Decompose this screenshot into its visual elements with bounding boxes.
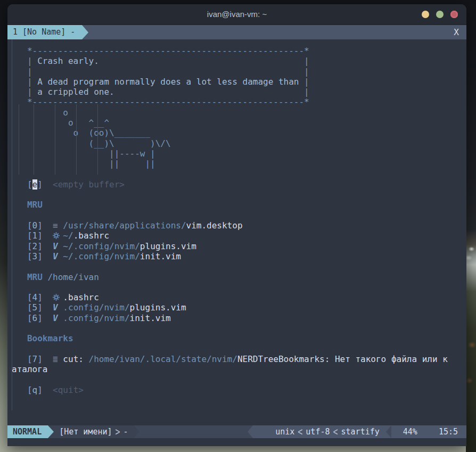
text-art: | [304,87,309,97]
entry-3[interactable]: [3] V ~/.config/nvim/init.vim [12,251,466,261]
cow-art-line: (__)\ )\/\ [12,138,466,149]
powerline-arrow [48,425,54,438]
text-dir: /home/ivan/.local/state/nvim/ [89,354,237,364]
mru-header: MRU [12,200,466,210]
text-art: | [304,77,309,87]
text-art: | [304,56,309,66]
text-fn: .bashrc [73,231,109,241]
vim-icon: V [53,241,58,251]
filetype: startify [341,427,380,437]
text-fn: cut: [63,354,88,364]
text-hdr: MRU [27,272,43,282]
text-br: ] [37,292,43,302]
entry-5[interactable]: [5] V .config/nvim/plugins.vim [12,302,466,313]
text [114,87,304,97]
text-dir: ~/.config/nvim/ [63,251,140,261]
chevron-left-icon: < [330,423,341,441]
text-dir: /usr/share/applications/ [63,220,186,231]
tab-close-button[interactable]: X [446,25,466,39]
text-fn: vim.desktop [186,220,243,231]
entry-2[interactable]: [2] V ~/.config/nvim/plugins.vim [12,241,466,251]
text-br: ] [37,179,43,190]
tab-arrow-separator [82,25,88,39]
text [43,251,53,261]
minimize-button[interactable] [422,11,429,18]
cow-art-line: || || [12,159,466,169]
text [12,67,27,77]
text-br: ] [37,354,43,364]
startify-buffer[interactable]: *---------------------------------------… [7,39,466,425]
text-br: ] [37,220,43,231]
file-icon: ≡ [53,220,58,231]
text-hdr: Bookmarks [27,333,73,343]
text [12,138,89,149]
text [12,313,27,323]
maximize-button[interactable] [436,11,444,18]
indent-guide [19,104,19,175]
text-dir: .config/nvim/ [63,313,129,323]
text-art: o ^__^ [68,118,109,128]
mru-home-header: MRU /home/ivan [12,272,466,282]
modified-flag: - [124,427,128,437]
text [99,56,304,66]
text [12,97,27,107]
text-art: *---------------------------------------… [27,97,309,107]
text-fn: plugins.vim [140,241,196,251]
entry-4[interactable]: [4] .bashrc [12,292,466,302]
text-art: || || [109,159,155,169]
text [58,241,63,251]
vim-icon: V [53,251,58,261]
entry-1[interactable]: [1] ~/.bashrc [12,231,466,241]
chevron-right-icon: > [112,423,124,441]
text [58,292,63,302]
text-hdr: MRU [27,200,43,210]
entry-6[interactable]: [6] V .config/nvim/init.vim [12,313,466,323]
window-controls [422,11,458,18]
text [12,385,27,395]
titlebar[interactable]: ivan@ivan-vm: ~ [7,4,466,25]
statusline-fill [139,425,248,438]
text-art: | [27,77,32,87]
entry-7[interactable]: [7] ≣ cut: /home/ivan/.local/state/nvim/… [12,354,466,364]
fortune-line: | a crippled one. | [12,87,466,97]
indent-guide [12,39,12,410]
tabline-fill [88,25,446,39]
text [12,159,109,169]
text-idx: 3 [32,251,38,261]
text-br: [ [27,179,32,190]
command-line[interactable] [7,438,466,446]
encoding: utf-8 [306,427,330,437]
entry-7-wrap[interactable]: аталога [12,364,466,374]
text [12,200,27,210]
text-br: [ [27,354,32,364]
text-br: [ [27,313,32,323]
chevron-left-icon: < [294,423,306,441]
text [58,313,63,323]
text [43,354,53,364]
entry-quit[interactable]: [q] <quit> [12,385,466,395]
text [12,251,27,261]
text-dir: .config/nvim/ [63,302,129,313]
text [43,272,48,282]
text [12,220,27,231]
tab-1-no-name[interactable]: 1 [No Name] - [7,25,82,39]
text [43,179,53,190]
fortune-line: | A dead program normally does a lot les… [12,77,466,87]
text-fn: init.vim [140,251,181,261]
close-button[interactable] [450,11,458,18]
powerline-arrow [386,425,391,438]
blank [12,169,466,179]
mode-indicator: NORMAL [7,425,48,438]
text-art: (__)\ )\/\ [89,138,171,149]
text-idx: q [32,385,38,395]
fortune-line: | | [12,67,466,77]
text-br: [ [27,251,32,261]
text-br: [ [27,385,32,395]
fortune-box-top: *---------------------------------------… [12,46,466,56]
text-dim: <empty buffer> [53,179,125,190]
text [43,302,53,313]
entry-empty-buffer[interactable]: [e] <empty buffer> [12,179,466,190]
text [43,292,53,302]
entry-0[interactable]: [0] ≡ /usr/share/applications/vim.deskto… [12,220,466,231]
text-br: ] [37,241,43,251]
